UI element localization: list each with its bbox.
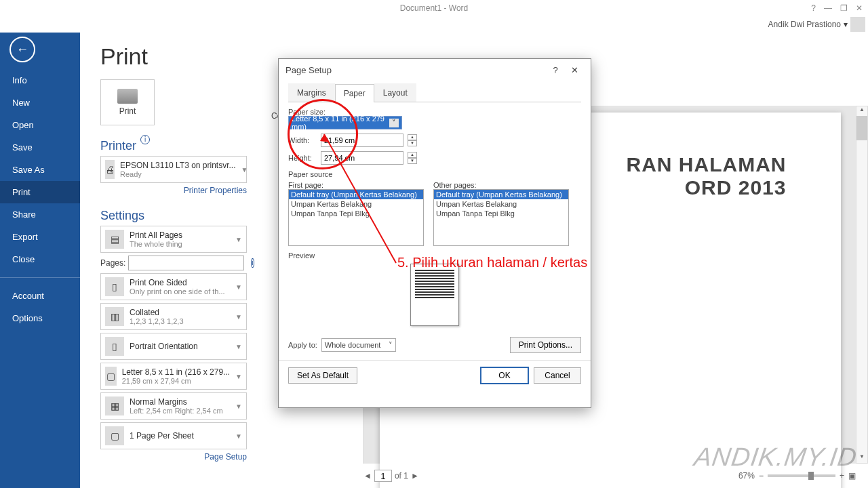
preview-scrollbar[interactable]: ▲ ▼: [856, 106, 868, 464]
dialog-preview: [410, 264, 459, 326]
zoom-slider[interactable]: [768, 474, 835, 477]
scroll-down-icon[interactable]: ▼: [856, 453, 867, 463]
sidebar-item-new[interactable]: New: [0, 92, 80, 114]
sidebar-item-export[interactable]: Export: [0, 226, 80, 248]
chevron-down-icon: ▼: [235, 432, 242, 440]
back-button[interactable]: ←: [9, 37, 35, 62]
info-icon[interactable]: i: [251, 258, 254, 268]
caret-down-icon[interactable]: ▾: [844, 20, 848, 29]
setting-pages-per-sheet[interactable]: ▢ 1 Page Per Sheet ▼: [100, 422, 247, 449]
paper-source-label: Paper source: [288, 170, 581, 178]
sheet-icon: ▢: [105, 426, 124, 445]
chevron-down-icon: ▼: [235, 313, 242, 321]
height-down[interactable]: ▼: [408, 158, 417, 164]
printer-status-icon: 🖨: [105, 160, 115, 179]
apply-to-combo[interactable]: Whole document˅: [321, 338, 396, 352]
height-input[interactable]: [321, 151, 403, 165]
setting-paper-size[interactable]: ▢ Letter 8,5 x 11 in (216 x 279...21,59 …: [100, 363, 247, 390]
help-icon[interactable]: ?: [811, 3, 816, 13]
set-default-button[interactable]: Set As Default: [288, 367, 357, 384]
chevron-down-icon: ▼: [235, 403, 242, 410]
cancel-button[interactable]: Cancel: [534, 367, 581, 384]
width-up[interactable]: ▲: [408, 134, 417, 140]
sidebar-separator: [0, 277, 80, 278]
user-row: Andik Dwi Prastiono ▾: [0, 16, 868, 33]
chevron-down-icon: ▼: [235, 343, 242, 350]
sidebar-item-info[interactable]: Info: [0, 69, 80, 92]
dialog-title: Page Setup: [285, 65, 332, 75]
width-input[interactable]: [321, 134, 403, 147]
print-options-button[interactable]: Print Options...: [510, 337, 581, 353]
first-page-listbox[interactable]: Default tray (Umpan Kertas Belakang) Ump…: [288, 189, 424, 246]
page-icon: ▯: [105, 277, 124, 296]
margins-icon: ▦: [105, 396, 124, 415]
chevron-down-icon: ▼: [241, 166, 248, 174]
preview-label: Preview: [288, 251, 581, 260]
sidebar-item-saveas[interactable]: Save As: [0, 159, 80, 181]
info-icon[interactable]: i: [140, 135, 150, 144]
setting-print-scope[interactable]: ▤ Print All PagesThe whole thing ▼: [100, 226, 247, 253]
dialog-close-icon[interactable]: ✕: [565, 65, 584, 75]
fit-page-icon[interactable]: ▣: [848, 471, 856, 481]
sidebar-item-print[interactable]: Print: [0, 181, 80, 203]
setting-sided[interactable]: ▯ Print One SidedOnly print on one side …: [100, 273, 247, 300]
pages-label: Pages:: [100, 258, 125, 268]
collate-icon: ▥: [105, 307, 124, 326]
tab-paper[interactable]: Paper: [335, 84, 374, 102]
avatar[interactable]: [850, 17, 865, 32]
sidebar-item-account[interactable]: Account: [0, 285, 80, 307]
ok-button[interactable]: OK: [481, 367, 528, 384]
setting-margins[interactable]: ▦ Normal MarginsLeft: 2,54 cm Right: 2,5…: [100, 392, 247, 420]
sidebar-item-close[interactable]: Close: [0, 248, 80, 270]
sidebar-item-options[interactable]: Options: [0, 307, 80, 329]
zoom-out-icon[interactable]: −: [759, 471, 764, 481]
printer-icon: [117, 89, 138, 104]
next-page-icon[interactable]: ►: [411, 471, 419, 481]
chevron-down-icon: ▼: [235, 236, 242, 243]
sidebar-item-share[interactable]: Share: [0, 203, 80, 226]
sidebar-item-save[interactable]: Save: [0, 136, 80, 159]
print-button[interactable]: Print: [100, 79, 155, 125]
paper-size-combo[interactable]: Letter 8,5 x 11 in (216 x 279 mm) ˅: [288, 116, 402, 129]
page-number-input[interactable]: [374, 470, 392, 482]
dialog-help-icon[interactable]: ?: [546, 65, 565, 75]
printer-section-title: Printer: [100, 139, 136, 153]
chevron-down-icon: ˅: [389, 341, 393, 350]
chevron-down-icon: ▼: [235, 373, 242, 380]
minimize-icon[interactable]: —: [824, 3, 832, 13]
chevron-down-icon: ˅: [389, 119, 399, 127]
scroll-thumb[interactable]: [856, 116, 867, 140]
page-setup-dialog: Page Setup ? ✕ Margins Paper Layout Pape…: [278, 58, 591, 408]
restore-icon[interactable]: ❐: [840, 3, 848, 13]
title-bar: Document1 - Word ? — ❐ ✕: [0, 0, 868, 16]
height-up[interactable]: ▲: [408, 152, 417, 158]
pages-icon: ▤: [105, 230, 124, 249]
other-pages-listbox[interactable]: Default tray (Umpan Kertas Belakang) Ump…: [433, 189, 569, 246]
page-size-icon: ▢: [105, 367, 117, 386]
user-name[interactable]: Andik Dwi Prastiono: [768, 20, 841, 29]
printer-properties-link[interactable]: Printer Properties: [100, 186, 247, 195]
zoom-in-icon[interactable]: +: [840, 471, 844, 481]
sidebar-item-open[interactable]: Open: [0, 114, 80, 136]
setting-collated[interactable]: ▥ Collated1,2,3 1,2,3 1,2,3 ▼: [100, 303, 247, 330]
width-down[interactable]: ▼: [408, 140, 417, 146]
backstage-sidebar: ← Info New Open Save Save As Print Share…: [0, 33, 80, 488]
setting-orientation[interactable]: ▯ Portrait Orientation ▼: [100, 333, 247, 360]
portrait-icon: ▯: [105, 337, 124, 356]
window-title: Document1 - Word: [400, 3, 468, 13]
pages-input[interactable]: [128, 256, 244, 270]
status-bar: ◄ of 1 ► 67% − + ▣: [363, 468, 856, 484]
prev-page-icon[interactable]: ◄: [363, 471, 372, 481]
printer-selector[interactable]: 🖨 EPSON L3110 LT3 on printsvr... Ready ▼: [100, 156, 247, 183]
chevron-down-icon: ▼: [235, 283, 242, 291]
tab-layout[interactable]: Layout: [374, 83, 416, 102]
scroll-up-icon[interactable]: ▲: [856, 106, 867, 116]
tab-margins[interactable]: Margins: [288, 83, 335, 102]
page-setup-link[interactable]: Page Setup: [100, 452, 247, 462]
close-icon[interactable]: ✕: [856, 3, 863, 13]
